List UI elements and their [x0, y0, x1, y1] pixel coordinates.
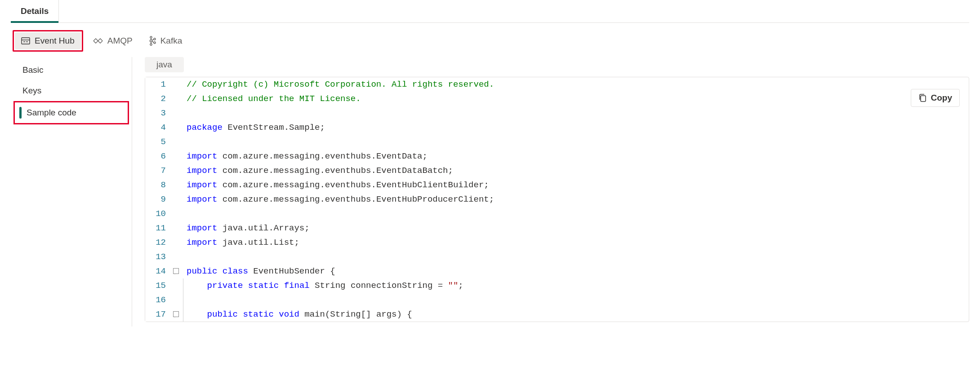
- code-line[interactable]: [181, 135, 969, 149]
- svg-line-11: [152, 40, 154, 40]
- code-line[interactable]: [181, 250, 969, 264]
- protocol-event-hub-label: Event Hub: [35, 36, 75, 46]
- sidebar-item-keys[interactable]: Keys: [11, 80, 132, 101]
- line-number: 4: [145, 120, 170, 135]
- fold-gutter: [170, 192, 181, 207]
- fold-toggle-icon[interactable]: [173, 268, 179, 274]
- code-block: Copy 1// Copyright (c) Microsoft Corpora…: [145, 77, 969, 322]
- top-tab-bar: Details: [11, 0, 969, 23]
- page-root: Details Event Hub AMQP: [0, 0, 980, 337]
- fold-gutter: [170, 92, 181, 106]
- sidebar-item-label: Basic: [22, 65, 43, 75]
- svg-point-7: [154, 38, 156, 40]
- code-line[interactable]: // Licensed under the MIT License.: [181, 92, 969, 106]
- svg-point-4: [150, 36, 152, 38]
- sidebar-item-sample-code[interactable]: Sample code: [15, 102, 128, 123]
- tab-details-label: Details: [21, 6, 49, 16]
- code-line[interactable]: [181, 106, 969, 120]
- protocol-amqp[interactable]: AMQP: [87, 32, 139, 49]
- svg-point-5: [150, 40, 152, 42]
- fold-gutter: [170, 235, 181, 250]
- kafka-icon: [149, 36, 156, 46]
- line-number: 1: [145, 77, 170, 92]
- code-line[interactable]: import com.azure.messaging.eventhubs.Eve…: [181, 178, 969, 192]
- line-number: 12: [145, 235, 170, 250]
- body-row: Basic Keys Sample code java: [11, 57, 969, 326]
- fold-gutter: [170, 120, 181, 135]
- code-grid[interactable]: 1// Copyright (c) Microsoft Corporation.…: [145, 77, 969, 322]
- code-line[interactable]: // Copyright (c) Microsoft Corporation. …: [181, 77, 969, 92]
- fold-gutter: [170, 250, 181, 264]
- protocol-amqp-label: AMQP: [107, 36, 133, 46]
- code-line[interactable]: import java.util.Arrays;: [181, 221, 969, 235]
- svg-point-8: [154, 42, 156, 44]
- code-line[interactable]: import com.azure.messaging.eventhubs.Eve…: [181, 149, 969, 163]
- fold-gutter: [170, 149, 181, 163]
- line-number: 11: [145, 221, 170, 235]
- fold-gutter: [170, 293, 181, 307]
- line-number: 14: [145, 264, 170, 278]
- event-hub-icon: [21, 37, 30, 44]
- line-number: 3: [145, 106, 170, 120]
- line-number: 16: [145, 293, 170, 307]
- line-number: 7: [145, 163, 170, 178]
- code-line[interactable]: public class EventHubSender {: [181, 264, 969, 278]
- svg-rect-0: [22, 38, 30, 44]
- code-line[interactable]: [181, 207, 969, 221]
- sidebar: Basic Keys Sample code: [11, 57, 132, 326]
- line-number: 10: [145, 207, 170, 221]
- code-line[interactable]: [181, 293, 969, 307]
- code-line[interactable]: private static final String connectionSt…: [181, 278, 969, 293]
- language-badge-label: java: [156, 60, 172, 69]
- fold-gutter[interactable]: [170, 307, 181, 322]
- sidebar-item-basic[interactable]: Basic: [11, 60, 132, 80]
- fold-gutter: [170, 135, 181, 149]
- code-line[interactable]: import com.azure.messaging.eventhubs.Eve…: [181, 163, 969, 178]
- fold-gutter: [170, 178, 181, 192]
- protocol-event-hub[interactable]: Event Hub: [15, 32, 81, 49]
- code-line[interactable]: package EventStream.Sample;: [181, 120, 969, 135]
- line-number: 15: [145, 278, 170, 293]
- line-number: 8: [145, 178, 170, 192]
- code-line[interactable]: import java.util.List;: [181, 235, 969, 250]
- code-line[interactable]: public static void main(String[] args) {: [181, 307, 969, 322]
- sidebar-item-label: Keys: [22, 86, 41, 95]
- language-badge[interactable]: java: [145, 57, 184, 72]
- fold-gutter: [170, 106, 181, 120]
- line-number: 9: [145, 192, 170, 207]
- line-number: 5: [145, 135, 170, 149]
- fold-gutter: [170, 77, 181, 92]
- fold-gutter[interactable]: [170, 264, 181, 278]
- protocol-kafka-label: Kafka: [160, 36, 183, 46]
- protocol-toolbar: Event Hub AMQP Kafka: [11, 27, 969, 57]
- svg-line-12: [152, 42, 154, 43]
- amqp-icon: [93, 38, 103, 44]
- protocol-kafka[interactable]: Kafka: [143, 32, 189, 49]
- line-number: 6: [145, 149, 170, 163]
- fold-gutter: [170, 163, 181, 178]
- line-number: 17: [145, 307, 170, 322]
- line-number: 2: [145, 92, 170, 106]
- svg-point-6: [150, 44, 152, 45]
- main-panel: java Copy 1// Copyright (c) Microsoft Co…: [132, 57, 969, 322]
- fold-gutter: [170, 207, 181, 221]
- line-number: 13: [145, 250, 170, 264]
- sidebar-item-label: Sample code: [27, 108, 76, 117]
- fold-toggle-icon[interactable]: [173, 311, 179, 317]
- highlight-event-hub: Event Hub: [13, 30, 83, 52]
- highlight-sample-code: Sample code: [13, 101, 129, 124]
- code-line[interactable]: import com.azure.messaging.eventhubs.Eve…: [181, 192, 969, 207]
- fold-gutter: [170, 221, 181, 235]
- tab-details[interactable]: Details: [11, 0, 59, 22]
